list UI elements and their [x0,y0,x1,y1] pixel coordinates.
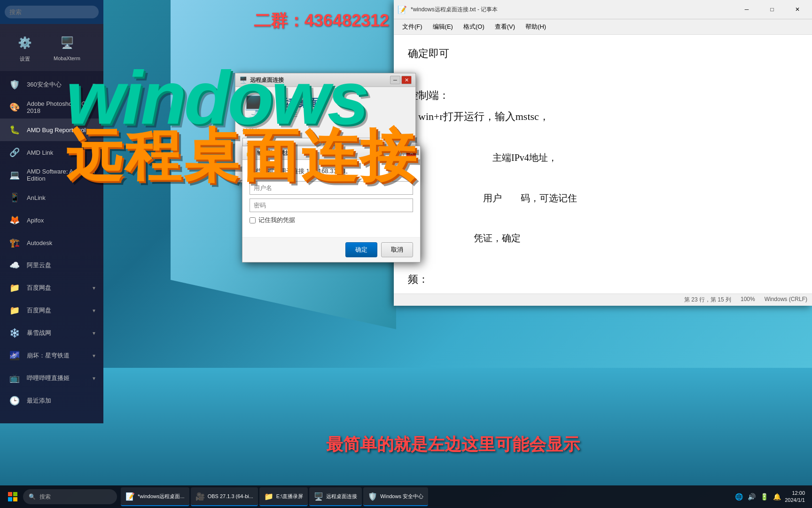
taskbar-app-security[interactable]: 🛡️ Windows 安全中心 [363,487,428,506]
rdp-minimize-button[interactable]: ─ [390,76,400,84]
start-item-amd-software[interactable]: 💻 AMD Software: Adrenalin Edition [0,164,103,186]
explorer-taskbar-icon: 📁 [264,492,273,501]
expand-arrow-amd-icon: ▼ [92,127,96,133]
start-pinned-section: ⚙️ 设置 🖥️ MobaXterm [0,24,103,71]
notepad-line-7 [408,168,798,187]
bilibili-icon: 📺 [7,371,22,386]
start-item-blizzard[interactable]: ❄️ 暴雪战网 ▼ [0,322,103,344]
start-item-amd-software-label: AMD Software: Adrenalin Edition [27,168,96,182]
cred-cancel-button[interactable]: 取消 [381,242,413,257]
start-item-baidu2-label: 百度网盘 [27,306,51,315]
start-item-autodesk[interactable]: 🏗️ Autodesk [0,231,103,254]
notepad-taskbar-icon: 📝 [125,492,135,501]
pinned-settings-label: 设置 [20,56,30,63]
mobaxterm-icon: 🖥️ [57,32,78,53]
cred-remember-checkbox-row[interactable]: 记住我的凭据 [250,216,413,224]
notepad-menu-help[interactable]: 帮助(H) [521,21,551,33]
cred-close-button[interactable]: ✕ [406,149,416,157]
notepad-line-12: 频： [408,270,798,289]
taskbar-app-explorer[interactable]: 📁 E:\直播录屏 [259,487,308,506]
svg-rect-2 [8,497,12,501]
start-item-photoshop[interactable]: 🎨 Adobe Photoshop CC 2018 [0,96,103,119]
notepad-menu-format[interactable]: 格式(O) [459,21,489,33]
tray-battery-icon[interactable]: 🔋 [759,492,770,502]
cred-password-input[interactable] [250,198,413,212]
settings-icon: ⚙️ [15,32,35,53]
start-item-recent[interactable]: 🕒 最近添加 [0,389,103,412]
notepad-close-button[interactable]: ✕ [787,3,808,16]
windows-logo-icon [8,492,17,501]
apifox-icon: 🦊 [7,213,22,228]
pinned-mobaxterm-label: MobaXterm [54,56,80,61]
start-item-aliyun[interactable]: ☁️ 阿里云盘 [0,254,103,277]
start-search-input[interactable] [5,6,99,18]
taskbar-start-button[interactable] [2,486,23,507]
taskbar-app-security-label: Windows 安全中心 [380,493,423,500]
sys-tray-icons: 🌐 🔊 🔋 🔔 [734,492,782,502]
rdp-title-icon: 🖥️ [239,76,247,84]
start-item-360[interactable]: 🛡️ 360安全中心 ▼ [0,73,103,96]
notepad-menubar: 文件(F) 编辑(E) 格式(O) 查看(V) 帮助(H) [394,19,812,35]
cred-username-input[interactable] [250,181,413,195]
cred-remember-checkbox[interactable] [250,217,256,223]
notepad-line-2 [408,65,798,84]
notepad-menu-edit[interactable]: 编辑(E) [428,21,458,33]
rdp-header-text: 远程桌面 连接栏 [278,96,319,119]
start-item-baidu1[interactable]: 📁 百度网盘 ▼ [0,277,103,299]
start-item-amd-link[interactable]: 🔗 AMD Link [0,141,103,164]
baidu2-icon: 📁 [7,303,22,318]
search-icon: 🔍 [29,493,36,500]
cred-username-field [250,181,413,195]
notepad-minimize-button[interactable]: ─ [736,3,757,16]
pinned-item-mobaxterm[interactable]: 🖥️ MobaXterm [47,29,87,66]
cred-footer: 确定 取消 [242,237,420,262]
amd-bug-icon: 🐛 [7,122,22,137]
tray-sound-icon[interactable]: 🔊 [746,492,757,502]
notepad-maximize-button[interactable]: □ [761,3,783,16]
start-item-baidu2[interactable]: 📁 百度网盘 ▼ [0,299,103,322]
notepad-content[interactable]: 确定即可 控制端： win+r打开运行，输入mstsc， 主端IPv4地址， 用… [394,35,812,294]
taskbar-clock[interactable]: 12:00 2024/1/1 [785,490,805,504]
notepad-menu-view[interactable]: 查看(V) [490,21,520,33]
rdp-close-button[interactable]: ✕ [401,76,412,84]
rdp-computer-label: 计算机(C): [242,127,408,136]
taskbar-app-rdp[interactable]: 🖥️ 远程桌面连接 [309,487,362,506]
taskbar-search-box[interactable]: 🔍 搜索 [23,489,117,504]
rdp-taskbar-icon: 🖥️ [314,492,323,501]
credentials-dialog: 🔐 输入你的凭据 ✕ 这些凭据将用于连接 192.168.31.13。 记住我的… [242,146,421,262]
tray-network-icon[interactable]: 🌐 [734,492,744,502]
notepad-menu-file[interactable]: 文件(F) [398,21,427,33]
notepad-encoding: Windows (CRLF) [765,296,807,304]
start-menu-search-area[interactable] [0,0,103,24]
amd-link-icon: 🔗 [7,145,22,160]
start-item-崩坏[interactable]: 🌌 崩坏：星穹铁道 ▼ [0,344,103,367]
start-item-bilibili[interactable]: 📺 哔哩哔哩直播姬 ▼ [0,367,103,389]
tray-notification-icon[interactable]: 🔔 [772,492,782,502]
cred-window-buttons: ✕ [406,149,416,157]
expand-arrow-icon: ▼ [92,82,96,87]
start-item-amd-bug[interactable]: 🐛 AMD Bug Report Tool ▼ [0,119,103,141]
notepad-status-bar: 第 23 行，第 15 列 100% Windows (CRLF) [394,294,812,306]
taskbar-app-notepad[interactable]: 📝 *windows远程桌面... [121,487,189,506]
taskbar-app-obs[interactable]: 🎥 OBS 27.1.3 (64-bi... [191,487,258,506]
notepad-line-9 [408,209,798,228]
cred-info-text: 这些凭据将用于连接 192.168.31.13。 [250,167,413,175]
notepad-icon: 📝 [398,5,407,14]
photoshop-icon: 🎨 [7,100,22,115]
cred-ok-button[interactable]: 确定 [345,242,377,257]
notepad-titlebar: 📝 *windows远程桌面连接.txt - 记事本 ─ □ ✕ [394,0,812,19]
rdp-header-title: 远程桌面 [278,96,319,110]
security-taskbar-icon: 🛡️ [368,492,377,501]
start-item-anlink[interactable]: 📱 AnLink [0,186,103,209]
start-item-amd-bug-label: AMD Bug Report Tool [27,127,86,134]
start-item-blizzard-label: 暴雪战网 [27,329,51,337]
pinned-item-settings[interactable]: ⚙️ 设置 [5,29,45,66]
rdp-header: 🖥️ 远程桌面 连接栏 [242,94,408,120]
rdp-window-buttons: ─ ✕ [390,76,412,84]
notepad-line-4: win+r打开运行，输入mstsc， [408,107,798,126]
taskbar-apps-area: 📝 *windows远程桌面... 🎥 OBS 27.1.3 (64-bi...… [121,487,729,506]
start-item-apifox-label: Apifox [27,217,44,224]
start-item-360-label: 360安全中心 [27,80,62,89]
start-item-apifox[interactable]: 🦊 Apifox [0,209,103,231]
taskbar-app-obs-label: OBS 27.1.3 (64-bi... [208,493,253,499]
